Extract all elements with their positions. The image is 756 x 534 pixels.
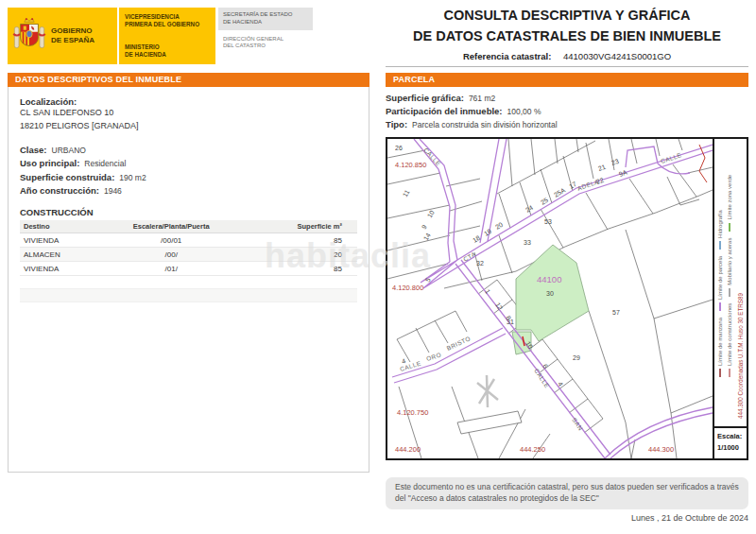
logo-line2: DE ESPAÑA xyxy=(51,36,94,45)
map-label: 444.200 xyxy=(395,445,421,454)
legend-entry: Mobiliario y aceras xyxy=(727,238,732,297)
map-label: 29 xyxy=(573,354,580,361)
datos-descriptivos-panel: Localización: CL SAN ILDEFONSO 10 18210 … xyxy=(8,87,369,473)
direccion-general-label: DIRECCIÓN GENERAL DEL CATASTRO xyxy=(218,34,313,53)
scale-value: 1/1000 xyxy=(717,442,744,454)
cadastral-map: 4.120.8504.120.8004.120.750444.200444.25… xyxy=(386,137,748,460)
field-value: 100,00 % xyxy=(507,107,541,116)
map-label: 4.120.800 xyxy=(392,284,423,292)
legend-entry: Hidrografía xyxy=(717,210,723,250)
ministry-block: VICEPRESIDENCIA PRIMERA DEL GOBIERNO MIN… xyxy=(119,8,215,64)
gobierno-logo-text: GOBIERNO DE ESPAÑA xyxy=(51,26,94,45)
table-row: VIVIENDA/00/0185 xyxy=(20,233,357,248)
document-date: Lunes , 21 de Octubre de 2024 xyxy=(386,513,748,523)
field-row: Superficie construida:190 m2 xyxy=(20,172,357,182)
field-value: URBANO xyxy=(52,146,86,155)
localizacion-label: Localización: xyxy=(20,96,357,107)
map-label: 26 xyxy=(395,145,403,151)
map-label: 44100 xyxy=(537,274,561,284)
section-bar-datos-descriptivos: DATOS DESCRIPTIVOS DEL INMUEBLE xyxy=(8,73,369,87)
field-value: Residencial xyxy=(84,159,126,168)
map-label: 57 xyxy=(612,309,620,316)
page-title-line2: DE DATOS CATASTRALES DE BIEN INMUEBLE xyxy=(386,26,748,47)
map-label: 444.300 xyxy=(648,445,674,454)
field-row: Tipo:Parcela construida sin división hor… xyxy=(386,119,748,129)
field-label: Superficie construida: xyxy=(20,172,114,182)
col-destino: Destino xyxy=(20,220,97,233)
secretaria-block: SECRETARÍA DE ESTADO DE HACIENDA DIRECCI… xyxy=(218,8,313,64)
field-value: 190 m2 xyxy=(119,173,146,182)
section-bar-parcela: PARCELA xyxy=(386,73,748,87)
construccion-title: CONSTRUCCIÓN xyxy=(20,207,357,217)
legend-entry: Límite de parcela xyxy=(717,256,723,311)
address-line2: 18210 PELIGROS [GRANADA] xyxy=(20,120,357,133)
map-scale-box: Escala: 1/1000 xyxy=(714,426,747,458)
legend-entry: Límite de manzana xyxy=(717,318,723,377)
construction-table-body: VIVIENDA/00/0185ALMACEN/00/20VIVIENDA/01… xyxy=(20,233,357,276)
map-legend-strip: Límite de manzanaLímite de parcelaHidrog… xyxy=(713,139,747,458)
referencia-label: Referencia catastral: xyxy=(463,51,551,61)
legend-entry: Límite de construcciones xyxy=(727,303,732,377)
scale-label: Escala: xyxy=(717,431,744,442)
field-label: Clase: xyxy=(20,145,47,155)
map-label: 444.250 xyxy=(520,445,545,454)
construction-table-empty-rows xyxy=(20,276,357,302)
construction-table-header: Destino Escalera/Planta/Puerta Superfici… xyxy=(20,220,357,233)
construction-table: Destino Escalera/Planta/Puerta Superfici… xyxy=(20,220,357,302)
map-label: 53 xyxy=(544,218,552,225)
field-row: Participación del inmueble:100,00 % xyxy=(386,106,748,116)
secretaria-label: SECRETARÍA DE ESTADO DE HACIENDA xyxy=(218,8,313,30)
parcela-fields: Superficie gráfica:761 m2Participación d… xyxy=(386,90,748,132)
field-label: Uso principal: xyxy=(20,158,79,168)
cadastral-map-svg: 4.120.8504.120.8004.120.750444.200444.25… xyxy=(387,139,713,458)
referencia-catastral-row: Referencia catastral: 4410030VG4241S0001… xyxy=(386,51,748,61)
field-label: Superficie gráfica: xyxy=(386,93,464,103)
map-label: 30 xyxy=(546,290,554,297)
field-label: Participación del inmueble: xyxy=(386,106,503,116)
address-line1: CL SAN ILDEFONSO 10 xyxy=(20,107,357,120)
map-label: 4.120.750 xyxy=(397,408,428,417)
field-value: 761 m2 xyxy=(469,94,495,103)
field-row: Clase:URBANO xyxy=(20,145,357,155)
field-row: Superficie gráfica:761 m2 xyxy=(386,93,748,103)
map-label: 4.120.850 xyxy=(395,161,426,169)
field-row: Año construcción:1946 xyxy=(20,185,357,196)
document-title-block: CONSULTA DESCRIPTIVA Y GRÁFICA DE DATOS … xyxy=(386,6,748,67)
utm-coordinates-note: 444.300 Coordenadas U.T.M. Huso 30 ETRS8… xyxy=(737,293,744,419)
field-row: Uso principal:Residencial xyxy=(20,158,357,168)
col-escalera: Escalera/Planta/Puerta xyxy=(97,220,245,233)
field-value: Parcela construida sin división horizont… xyxy=(412,120,558,129)
field-label: Año construcción: xyxy=(20,185,99,196)
legend-row-1: Límite de manzanaLímite de parcelaHidrog… xyxy=(717,203,723,377)
col-superficie: Superficie m² xyxy=(245,220,357,233)
referencia-value: 4410030VG4241S0001GO xyxy=(563,51,671,61)
table-row: VIVIENDA/01/85 xyxy=(20,262,357,276)
table-row: ALMACEN/00/20 xyxy=(20,248,357,262)
page-title-line1: CONSULTA DESCRIPTIVA Y GRÁFICA xyxy=(386,6,748,26)
gobierno-logo-block: GOBIERNO DE ESPAÑA xyxy=(8,8,119,64)
government-header: GOBIERNO DE ESPAÑA VICEPRESIDENCIA PRIME… xyxy=(8,8,313,64)
cadastral-document-page: GOBIERNO DE ESPAÑA VICEPRESIDENCIA PRIME… xyxy=(0,0,756,534)
vicepresidencia-label: VICEPRESIDENCIA PRIMERA DEL GOBIERNO xyxy=(125,13,210,28)
field-label: Tipo: xyxy=(386,119,407,129)
logo-line1: GOBIERNO xyxy=(51,26,94,36)
legend-row-2: Límite de construccionesMobiliario y ace… xyxy=(727,168,732,377)
field-value: 1946 xyxy=(104,186,122,196)
property-fields: Clase:URBANOUso principal:ResidencialSup… xyxy=(20,145,357,197)
legend-entry: Límite zona verde xyxy=(727,175,732,232)
map-label: 33 xyxy=(524,239,531,246)
disclaimer-note: Este documento no es una certificación c… xyxy=(386,477,748,509)
ministerio-label: MINISTERIO DE HACIENDA xyxy=(125,43,210,59)
spain-coat-of-arms-icon xyxy=(12,14,46,58)
map-label: 32 xyxy=(476,260,484,267)
